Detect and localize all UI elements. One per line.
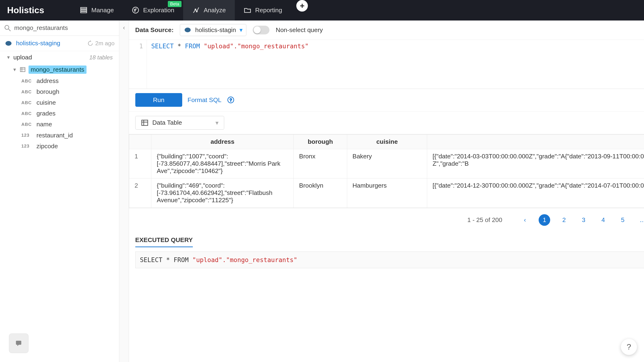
executed-query-box: SELECT * FROM "upload"."mongo_restaurant… — [135, 252, 644, 268]
cell-borough: Bronx — [294, 149, 347, 178]
table-name: mongo_restaurants — [28, 66, 86, 74]
nav-add-button[interactable]: + — [296, 0, 308, 12]
caret-down-icon: ▼ — [6, 55, 10, 60]
beta-badge: Beta — [168, 1, 182, 7]
svg-rect-0 — [81, 8, 87, 9]
svg-point-15 — [5, 26, 9, 30]
compass-icon — [132, 6, 140, 14]
nav-exploration[interactable]: Exploration Beta — [123, 0, 184, 20]
col-address[interactable]: address — [151, 134, 294, 149]
svg-rect-1 — [81, 10, 87, 11]
db-row[interactable]: holistics-staging 2m ago — [0, 36, 119, 51]
pager-page[interactable]: 3 — [578, 214, 589, 226]
pager-summary: 1 - 25 of 200 — [467, 216, 502, 224]
cell-grades: [{"date":"2014-03-03T00:00:00.000Z","gra… — [427, 149, 644, 178]
main-panel: Data Source: holistics-stagin ▾ Non-sele… — [129, 20, 644, 362]
data-source-value: holistics-stagin — [195, 26, 236, 34]
svg-marker-75 — [18, 344, 19, 346]
table-icon — [20, 66, 26, 72]
nav-label: Manage — [91, 6, 114, 14]
svg-rect-2 — [81, 12, 87, 13]
pager: 1 - 25 of 200 ‹ 1 2 3 4 5 ... › — [129, 208, 644, 232]
column-item[interactable]: ABCborough — [0, 86, 119, 97]
table-row[interactable]: ▼ mongo_restaurants — [0, 64, 119, 76]
nav-manage[interactable]: Manage — [71, 0, 123, 20]
table-row[interactable]: 1 {"building":"1007","coord":[-73.856077… — [129, 149, 644, 178]
nav-label: Analyze — [204, 6, 226, 14]
viztype-select[interactable]: Data Table ▾ — [135, 116, 224, 130]
run-button[interactable]: Run — [135, 93, 182, 106]
col-grade[interactable]: grade — [427, 134, 644, 149]
db-refresh[interactable]: 2m ago — [87, 40, 114, 47]
svg-point-17 — [6, 41, 11, 46]
col-borough[interactable]: borough — [294, 134, 347, 149]
svg-point-21 — [184, 28, 190, 32]
column-item[interactable]: ABCgrades — [0, 108, 119, 119]
col-cuisine[interactable]: cuisine — [347, 134, 427, 149]
results-table: address borough cuisine grade 1 {"buildi… — [129, 134, 644, 208]
cell-borough: Brooklyn — [294, 178, 347, 208]
schema-table-count: 18 tables — [89, 54, 113, 61]
svg-rect-24 — [142, 120, 148, 126]
folder-icon — [244, 6, 252, 14]
data-source-select[interactable]: holistics-stagin ▾ — [180, 24, 246, 36]
column-item[interactable]: ABCcuisine — [0, 97, 119, 108]
pager-page[interactable]: 4 — [597, 214, 609, 226]
svg-rect-18 — [20, 68, 25, 72]
svg-text:?: ? — [230, 98, 232, 102]
help-fab[interactable]: ? — [621, 339, 637, 355]
schema-search-input[interactable] — [14, 24, 115, 32]
help-circle-icon[interactable]: ? — [227, 96, 235, 104]
svg-line-16 — [8, 29, 10, 31]
column-item[interactable]: 123restaurant_id — [0, 130, 119, 141]
search-icon — [4, 24, 12, 32]
database-icon — [80, 6, 88, 14]
cell-address: {"building":"469","coord":[-73.961704,40… — [151, 178, 294, 208]
pager-prev[interactable]: ‹ — [519, 214, 530, 226]
nav-reporting[interactable]: Reporting — [235, 0, 291, 20]
sql-code[interactable]: SELECT * FROM "upload"."mongo_restaurant… — [147, 40, 313, 88]
top-nav: Holistics Manage Exploration Beta Analyz… — [0, 0, 644, 20]
nav-label: Exploration — [143, 6, 174, 14]
sql-editor[interactable]: 1 SELECT * FROM "upload"."mongo_restaura… — [129, 40, 644, 89]
nav-analyze[interactable]: Analyze — [183, 0, 234, 20]
schema-name: upload — [13, 54, 32, 61]
svg-marker-4 — [134, 9, 136, 12]
format-sql-link[interactable]: Format SQL — [188, 96, 222, 104]
table-icon — [141, 119, 149, 127]
column-item[interactable]: ABCname — [0, 119, 119, 130]
pager-page[interactable]: 5 — [617, 214, 628, 226]
column-item[interactable]: ABCaddress — [0, 76, 119, 86]
nav-label: Reporting — [255, 6, 282, 14]
nonselect-toggle[interactable] — [253, 26, 270, 35]
brand-logo: Holistics — [7, 5, 44, 15]
refresh-icon — [87, 40, 93, 46]
pager-page[interactable]: 1 — [539, 214, 550, 226]
intercom-launcher[interactable] — [9, 334, 28, 353]
svg-rect-74 — [16, 340, 22, 344]
cell-grades: [{"date":"2014-12-30T00:00:00.000Z","gra… — [427, 178, 644, 208]
column-list: ABCaddress ABCborough ABCcuisine ABCgrad… — [0, 76, 119, 152]
cell-cuisine: Bakery — [347, 149, 427, 178]
analyze-icon — [192, 6, 200, 14]
chat-icon — [14, 340, 23, 348]
pager-page[interactable]: 2 — [558, 214, 570, 226]
line-gutter: 1 — [129, 40, 146, 88]
table-header-row: address borough cuisine grade — [129, 134, 644, 149]
schema-row[interactable]: ▼ upload 18 tables — [0, 51, 119, 64]
cell-address: {"building":"1007","coord":[-73.856077,4… — [151, 149, 294, 178]
executed-query-tab[interactable]: EXECUTED QUERY — [135, 236, 193, 247]
nonselect-label: Non-select query — [276, 26, 323, 34]
schema-sidebar: holistics-staging 2m ago ▼ upload 18 tab… — [0, 20, 119, 362]
data-source-label: Data Source: — [135, 26, 174, 34]
db-name: holistics-staging — [16, 40, 84, 47]
caret-down-icon: ▼ — [12, 67, 17, 72]
cell-cuisine: Hamburgers — [347, 178, 427, 208]
postgres-icon — [184, 26, 192, 34]
column-item[interactable]: 123zipcode — [0, 141, 119, 152]
pager-ellipsis: ... — [636, 214, 644, 226]
postgres-icon — [4, 39, 12, 47]
caret-down-icon: ▾ — [240, 26, 242, 34]
collapse-sidebar-button[interactable]: ‹ — [119, 20, 129, 362]
table-row[interactable]: 2 {"building":"469","coord":[-73.961704,… — [129, 178, 644, 208]
